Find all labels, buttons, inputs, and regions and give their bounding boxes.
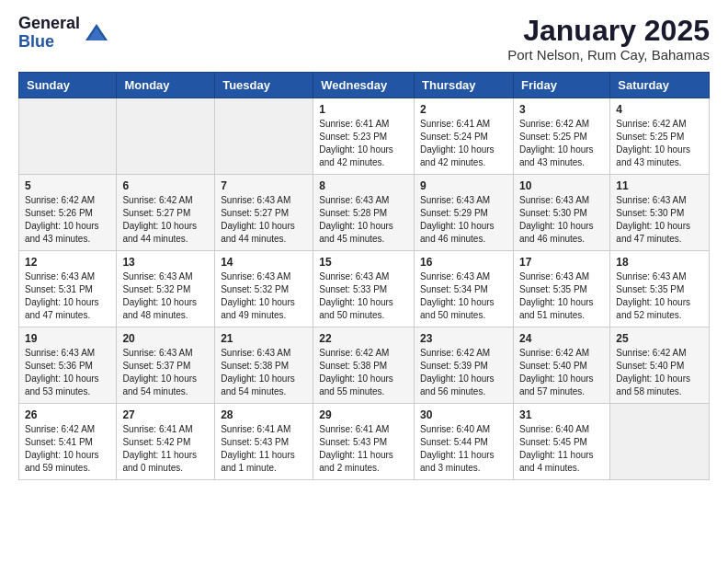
- day-info: Sunrise: 6:42 AM Sunset: 5:39 PM Dayligh…: [420, 347, 507, 398]
- day-number: 13: [122, 256, 209, 269]
- day-number: 6: [122, 179, 209, 192]
- day-number: 18: [616, 256, 703, 269]
- day-number: 30: [420, 408, 507, 421]
- day-info: Sunrise: 6:43 AM Sunset: 5:27 PM Dayligh…: [221, 194, 307, 246]
- header-saturday: Saturday: [610, 73, 710, 98]
- table-row: 2Sunrise: 6:41 AM Sunset: 5:24 PM Daylig…: [415, 98, 514, 175]
- day-info: Sunrise: 6:40 AM Sunset: 5:45 PM Dayligh…: [519, 423, 604, 475]
- table-row: 22Sunrise: 6:42 AM Sunset: 5:38 PM Dayli…: [313, 327, 415, 404]
- table-row: [19, 98, 117, 175]
- day-info: Sunrise: 6:43 AM Sunset: 5:31 PM Dayligh…: [25, 270, 110, 322]
- day-number: 15: [319, 256, 408, 269]
- table-row: 31Sunrise: 6:40 AM Sunset: 5:45 PM Dayli…: [513, 404, 609, 480]
- calendar-week-row: 5Sunrise: 6:42 AM Sunset: 5:26 PM Daylig…: [19, 175, 710, 251]
- table-row: 17Sunrise: 6:43 AM Sunset: 5:35 PM Dayli…: [513, 251, 609, 327]
- day-number: 14: [221, 256, 307, 269]
- header-thursday: Thursday: [415, 73, 514, 98]
- table-row: 7Sunrise: 6:43 AM Sunset: 5:27 PM Daylig…: [215, 175, 313, 251]
- table-row: 6Sunrise: 6:42 AM Sunset: 5:27 PM Daylig…: [117, 175, 215, 251]
- day-info: Sunrise: 6:41 AM Sunset: 5:23 PM Dayligh…: [319, 118, 408, 169]
- logo-blue-text: Blue: [18, 32, 54, 51]
- table-row: 20Sunrise: 6:43 AM Sunset: 5:37 PM Dayli…: [117, 327, 215, 404]
- day-info: Sunrise: 6:42 AM Sunset: 5:40 PM Dayligh…: [519, 347, 604, 398]
- table-row: 30Sunrise: 6:40 AM Sunset: 5:44 PM Dayli…: [415, 404, 514, 480]
- day-info: Sunrise: 6:43 AM Sunset: 5:32 PM Dayligh…: [221, 270, 307, 322]
- logo: General Blue: [18, 15, 109, 52]
- day-info: Sunrise: 6:42 AM Sunset: 5:40 PM Dayligh…: [616, 347, 703, 398]
- day-number: 16: [420, 256, 507, 269]
- table-row: 19Sunrise: 6:43 AM Sunset: 5:36 PM Dayli…: [19, 327, 117, 404]
- day-number: 3: [519, 103, 604, 116]
- day-info: Sunrise: 6:43 AM Sunset: 5:30 PM Dayligh…: [616, 194, 703, 246]
- table-row: 3Sunrise: 6:42 AM Sunset: 5:25 PM Daylig…: [513, 98, 609, 175]
- calendar-week-row: 26Sunrise: 6:42 AM Sunset: 5:41 PM Dayli…: [19, 404, 710, 480]
- table-row: [610, 404, 710, 480]
- day-number: 4: [616, 103, 703, 116]
- day-info: Sunrise: 6:41 AM Sunset: 5:43 PM Dayligh…: [319, 423, 408, 475]
- day-info: Sunrise: 6:42 AM Sunset: 5:27 PM Dayligh…: [122, 194, 209, 246]
- day-info: Sunrise: 6:42 AM Sunset: 5:25 PM Dayligh…: [616, 118, 703, 169]
- table-row: 29Sunrise: 6:41 AM Sunset: 5:43 PM Dayli…: [313, 404, 415, 480]
- table-row: 25Sunrise: 6:42 AM Sunset: 5:40 PM Dayli…: [610, 327, 710, 404]
- day-info: Sunrise: 6:43 AM Sunset: 5:35 PM Dayligh…: [519, 270, 604, 322]
- day-number: 11: [616, 179, 703, 192]
- day-info: Sunrise: 6:42 AM Sunset: 5:38 PM Dayligh…: [319, 347, 408, 398]
- day-info: Sunrise: 6:43 AM Sunset: 5:38 PM Dayligh…: [221, 347, 307, 398]
- day-info: Sunrise: 6:43 AM Sunset: 5:37 PM Dayligh…: [122, 347, 209, 398]
- calendar-week-row: 19Sunrise: 6:43 AM Sunset: 5:36 PM Dayli…: [19, 327, 710, 404]
- table-row: [215, 98, 313, 175]
- day-number: 29: [319, 408, 408, 421]
- table-row: 16Sunrise: 6:43 AM Sunset: 5:34 PM Dayli…: [415, 251, 514, 327]
- header-friday: Friday: [513, 73, 609, 98]
- day-info: Sunrise: 6:42 AM Sunset: 5:26 PM Dayligh…: [25, 194, 110, 246]
- day-info: Sunrise: 6:43 AM Sunset: 5:30 PM Dayligh…: [519, 194, 604, 246]
- table-row: 18Sunrise: 6:43 AM Sunset: 5:35 PM Dayli…: [610, 251, 710, 327]
- day-number: 9: [420, 179, 507, 192]
- day-number: 5: [25, 179, 110, 192]
- day-number: 20: [122, 332, 209, 345]
- day-number: 8: [319, 179, 408, 192]
- header-sunday: Sunday: [19, 73, 117, 98]
- calendar-week-row: 12Sunrise: 6:43 AM Sunset: 5:31 PM Dayli…: [19, 251, 710, 327]
- day-info: Sunrise: 6:43 AM Sunset: 5:32 PM Dayligh…: [122, 270, 209, 322]
- day-info: Sunrise: 6:43 AM Sunset: 5:33 PM Dayligh…: [319, 270, 408, 322]
- table-row: 12Sunrise: 6:43 AM Sunset: 5:31 PM Dayli…: [19, 251, 117, 327]
- day-info: Sunrise: 6:41 AM Sunset: 5:43 PM Dayligh…: [221, 423, 307, 475]
- table-row: [117, 98, 215, 175]
- table-row: 11Sunrise: 6:43 AM Sunset: 5:30 PM Dayli…: [610, 175, 710, 251]
- day-number: 12: [25, 256, 110, 269]
- table-row: 15Sunrise: 6:43 AM Sunset: 5:33 PM Dayli…: [313, 251, 415, 327]
- day-info: Sunrise: 6:41 AM Sunset: 5:24 PM Dayligh…: [420, 118, 507, 169]
- day-info: Sunrise: 6:43 AM Sunset: 5:36 PM Dayligh…: [25, 347, 110, 398]
- day-number: 17: [519, 256, 604, 269]
- header: General Blue January 2025 Port Nelson, R…: [18, 15, 710, 63]
- calendar-subtitle: Port Nelson, Rum Cay, Bahamas: [507, 47, 710, 63]
- table-row: 24Sunrise: 6:42 AM Sunset: 5:40 PM Dayli…: [513, 327, 609, 404]
- day-number: 26: [25, 408, 110, 421]
- day-info: Sunrise: 6:42 AM Sunset: 5:41 PM Dayligh…: [25, 423, 110, 475]
- day-number: 2: [420, 103, 507, 116]
- page-container: General Blue January 2025 Port Nelson, R…: [0, 0, 728, 495]
- day-number: 21: [221, 332, 307, 345]
- day-number: 19: [25, 332, 110, 345]
- table-row: 14Sunrise: 6:43 AM Sunset: 5:32 PM Dayli…: [215, 251, 313, 327]
- weekday-header-row: Sunday Monday Tuesday Wednesday Thursday…: [19, 73, 710, 98]
- table-row: 9Sunrise: 6:43 AM Sunset: 5:29 PM Daylig…: [415, 175, 514, 251]
- day-number: 1: [319, 103, 408, 116]
- header-tuesday: Tuesday: [215, 73, 313, 98]
- table-row: 5Sunrise: 6:42 AM Sunset: 5:26 PM Daylig…: [19, 175, 117, 251]
- day-info: Sunrise: 6:43 AM Sunset: 5:34 PM Dayligh…: [420, 270, 507, 322]
- day-number: 27: [122, 408, 209, 421]
- day-info: Sunrise: 6:40 AM Sunset: 5:44 PM Dayligh…: [420, 423, 507, 475]
- day-info: Sunrise: 6:41 AM Sunset: 5:42 PM Dayligh…: [122, 423, 209, 475]
- table-row: 8Sunrise: 6:43 AM Sunset: 5:28 PM Daylig…: [313, 175, 415, 251]
- day-number: 24: [519, 332, 604, 345]
- table-row: 1Sunrise: 6:41 AM Sunset: 5:23 PM Daylig…: [313, 98, 415, 175]
- logo-icon: [84, 20, 109, 46]
- table-row: 13Sunrise: 6:43 AM Sunset: 5:32 PM Dayli…: [117, 251, 215, 327]
- day-info: Sunrise: 6:42 AM Sunset: 5:25 PM Dayligh…: [519, 118, 604, 169]
- calendar-week-row: 1Sunrise: 6:41 AM Sunset: 5:23 PM Daylig…: [19, 98, 710, 175]
- title-block: January 2025 Port Nelson, Rum Cay, Baham…: [507, 15, 710, 63]
- day-info: Sunrise: 6:43 AM Sunset: 5:35 PM Dayligh…: [616, 270, 703, 322]
- table-row: 26Sunrise: 6:42 AM Sunset: 5:41 PM Dayli…: [19, 404, 117, 480]
